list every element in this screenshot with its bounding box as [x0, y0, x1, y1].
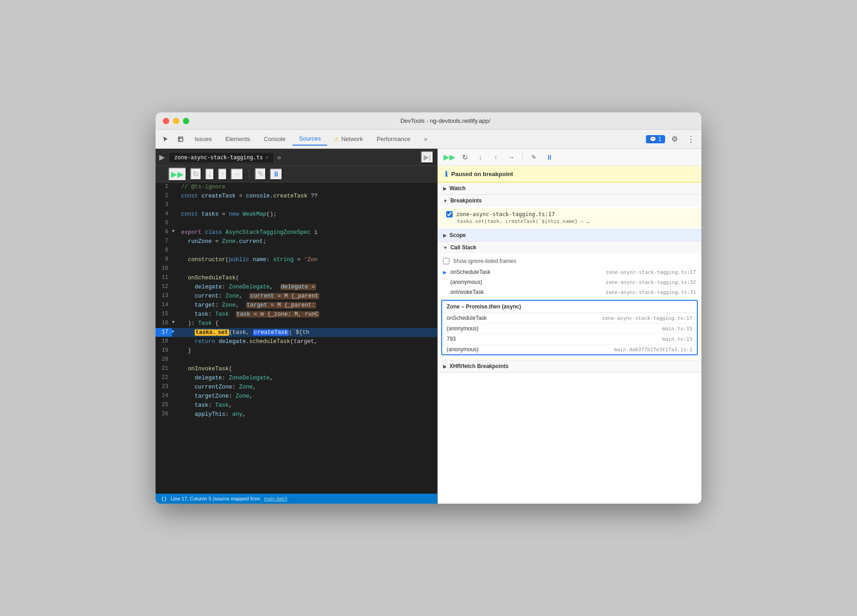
async-item-1[interactable]: onScheduleTask zone-async-stack-tagging.… [442, 313, 697, 323]
cs-item-2[interactable]: ▶ (anonymous) zone-async-stack-tagging.t… [438, 277, 701, 287]
code-line-14: 14 target: Zone, target = M {_parent: [156, 301, 437, 310]
xhr-section: ▶ XHR/fetch Breakpoints [438, 360, 701, 373]
code-line-5: 5 [156, 219, 437, 228]
chat-badge[interactable]: 💬 1 [646, 135, 665, 143]
code-line-15: 15 task: Task task = m {_zone: M, runC [156, 310, 437, 319]
chat-icon: 💬 [650, 136, 656, 142]
call-stack-header[interactable]: ▼ Call Stack [438, 242, 701, 253]
more-options-btn[interactable]: ⋮ [684, 132, 698, 146]
step-btn[interactable]: → [231, 168, 243, 180]
step-over-btn[interactable]: ↻ [190, 168, 202, 180]
step-debug-btn[interactable]: → [505, 151, 518, 164]
async-file-4: main.da63f7b2fe3f1fa3.js:1 [614, 347, 692, 353]
call-stack-section: ▼ Call Stack Show ignore-listed frames ▶… [438, 242, 701, 360]
titlebar: DevTools - ng-devtools.netlify.app/ [156, 112, 701, 130]
call-stack-content: Show ignore-listed frames ▶ onScheduleTa… [438, 253, 701, 360]
async-item-2[interactable]: (anonymous) main.ts:15 [442, 323, 697, 334]
window-title: DevTools - ng-devtools.netlify.app/ [197, 117, 694, 124]
paused-message: Paused on breakpoint [451, 171, 513, 177]
inspect-element-btn[interactable] [174, 132, 187, 146]
ignore-checkbox[interactable] [443, 258, 449, 264]
code-tabs: ▶ zone-async-stack-tagging.ts × » ▶| [156, 149, 437, 166]
code-line-2: 2 const createTask = console.createTask … [156, 192, 437, 201]
async-func-3: 793 [447, 336, 662, 342]
close-button[interactable] [163, 118, 169, 124]
jump-to-line-btn[interactable]: ▶| [421, 151, 434, 163]
tab-filename: zone-async-stack-tagging.ts [174, 154, 263, 161]
bp-checkbox[interactable] [446, 211, 453, 217]
watch-label: Watch [449, 185, 466, 192]
code-line-7: 7 runZone = Zone.current; [156, 237, 437, 246]
tab-sources[interactable]: Sources [292, 132, 327, 146]
cs-func-3: onInvokeTask [450, 289, 605, 295]
async-item-3[interactable]: 793 main.ts:13 [442, 334, 697, 344]
async-file-2: main.ts:15 [662, 326, 692, 332]
cs-func-2: (anonymous) [450, 279, 605, 285]
panel-toggle[interactable]: ▶ [159, 153, 165, 162]
format-btn[interactable]: {} [161, 496, 167, 502]
cs-file-3: zone-async-stack-tagging.ts:31 [605, 289, 696, 295]
tab-close[interactable]: × [266, 155, 268, 160]
async-item-4[interactable]: (anonymous) main.da63f7b2fe3f1fa3.js:1 [442, 344, 697, 354]
code-toolbar: ▶▶ ↻ ↓ ↑ → ✎ ⏸ [156, 166, 437, 182]
code-tab-active[interactable]: zone-async-stack-tagging.ts × [168, 152, 274, 162]
maximize-button[interactable] [183, 118, 189, 124]
traffic-lights [163, 118, 189, 124]
pause-btn[interactable]: ⏸ [270, 168, 282, 180]
code-statusbar: {} Line 17, Column 5 (source mapped from… [156, 494, 437, 504]
watch-arrow: ▶ [443, 186, 447, 191]
step-into-debug-btn[interactable]: ↓ [474, 151, 487, 164]
cursor-tool-btn[interactable] [159, 132, 173, 146]
cs-item-3[interactable]: ▶ onInvokeTask zone-async-stack-tagging.… [438, 287, 701, 297]
deactivate-bp-btn[interactable]: ✎ [527, 151, 540, 164]
chat-count: 1 [658, 136, 661, 142]
code-line-25: 25 task: Task, [156, 401, 437, 410]
code-line-16: 16 ▼ ): Task { [156, 319, 437, 328]
statusbar-link[interactable]: main.da63 [264, 496, 287, 501]
code-line-8: 8 [156, 246, 437, 255]
pause-on-exception-btn[interactable]: ⏸ [543, 151, 555, 164]
ignore-label: Show ignore-listed frames [453, 258, 516, 264]
cs-arrow-3: ▶ [443, 290, 447, 295]
async-func-2: (anonymous) [447, 325, 662, 332]
cs-item-1[interactable]: ▶ onScheduleTask zone-async-stack-taggin… [438, 267, 701, 277]
bp-code: tasks.set(task, createTask(`${this.name}… [446, 218, 694, 224]
async-group-header: Zone – Promise.then (async) [442, 301, 697, 313]
breakpoints-arrow: ▼ [443, 198, 448, 203]
minimize-button[interactable] [173, 118, 179, 124]
tab-console[interactable]: Console [257, 133, 292, 145]
main-content: ▶ zone-async-stack-tagging.ts × » ▶| ▶▶ … [156, 149, 701, 504]
tab-elements[interactable]: Elements [219, 133, 257, 145]
resume-execution-btn[interactable]: ▶▶ [443, 151, 456, 164]
scope-header[interactable]: ▶ Scope [438, 229, 701, 241]
watch-header[interactable]: ▶ Watch [438, 182, 701, 194]
step-out-debug-btn[interactable]: ↑ [489, 151, 502, 164]
xhr-arrow: ▶ [443, 364, 447, 369]
async-group: Zone – Promise.then (async) onScheduleTa… [441, 300, 698, 355]
async-func-4: (anonymous) [447, 346, 614, 353]
tab-performance[interactable]: Performance [370, 133, 417, 145]
tab-more[interactable]: » [418, 133, 434, 145]
code-line-24: 24 targetZone: Zone, [156, 392, 437, 401]
xhr-header[interactable]: ▶ XHR/fetch Breakpoints [438, 360, 701, 372]
step-out-btn[interactable]: ↑ [218, 168, 227, 180]
deactivate-breakpoints-btn[interactable]: ✎ [255, 168, 266, 180]
breakpoints-label: Breakpoints [450, 197, 482, 204]
breakpoints-header[interactable]: ▼ Breakpoints [438, 195, 701, 207]
resume-btn[interactable]: ▶▶ [168, 167, 187, 181]
async-func-1: onScheduleTask [447, 315, 602, 321]
cs-file-2: zone-async-stack-tagging.ts:32 [605, 279, 696, 285]
step-into-btn[interactable]: ↓ [205, 168, 214, 180]
settings-btn[interactable]: ⚙ [668, 132, 681, 146]
code-editor[interactable]: 1 // @ts-ignore 2 const createTask = con… [156, 182, 437, 494]
call-stack-label: Call Stack [450, 244, 476, 251]
svg-rect-0 [178, 137, 183, 141]
step-over-debug-btn[interactable]: ↻ [459, 151, 471, 164]
tab-network[interactable]: ⚠ Network [328, 133, 369, 145]
code-line-17: 17 ▶ tasks.set(task, createTask(`${th [156, 328, 437, 337]
paused-banner: ℹ Paused on breakpoint [438, 166, 701, 182]
nav-right: 💬 1 ⚙ ⋮ [646, 132, 698, 146]
tab-issues[interactable]: Issues [188, 133, 218, 145]
cs-file-1: zone-async-stack-tagging.ts:17 [605, 269, 696, 275]
more-tabs-btn[interactable]: » [277, 153, 281, 162]
